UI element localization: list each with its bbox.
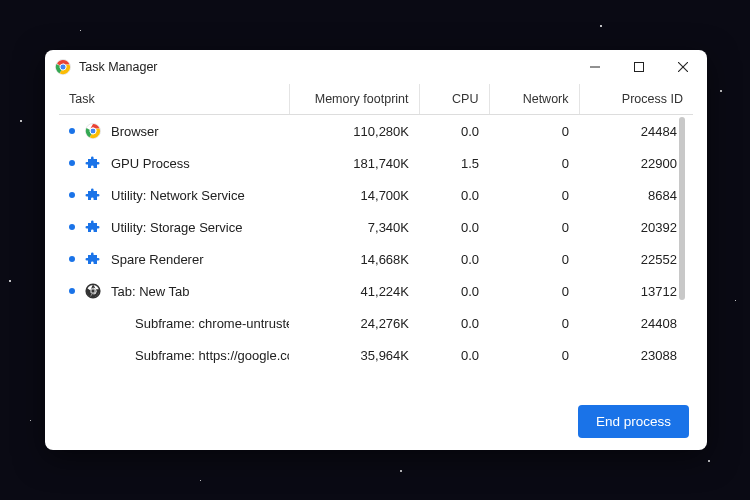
cell-cpu: 0.0	[419, 211, 489, 243]
col-network[interactable]: Network	[489, 84, 579, 115]
cell-cpu: 0.0	[419, 115, 489, 147]
cell-network: 0	[489, 275, 579, 307]
table-row[interactable]: Subframe: chrome-untrusted:/...24,276K0.…	[59, 307, 687, 339]
col-cpu[interactable]: CPU	[419, 84, 489, 115]
cell-memory: 14,700K	[289, 179, 419, 211]
cell-cpu: 0.0	[419, 275, 489, 307]
cell-memory: 24,276K	[289, 307, 419, 339]
status-dot-icon	[69, 256, 75, 262]
cell-network: 0	[489, 115, 579, 147]
chrome-icon	[55, 59, 71, 75]
task-name: Utility: Network Service	[111, 188, 245, 203]
task-name: Utility: Storage Service	[111, 220, 243, 235]
end-process-button[interactable]: End process	[578, 405, 689, 438]
scrollbar-thumb[interactable]	[679, 117, 685, 300]
chrome-icon	[85, 123, 101, 139]
cell-cpu: 0.0	[419, 179, 489, 211]
cell-pid: 22900	[579, 147, 687, 179]
cell-cpu: 0.0	[419, 243, 489, 275]
task-name: Browser	[111, 124, 159, 139]
cell-pid: 8684	[579, 179, 687, 211]
cell-network: 0	[489, 147, 579, 179]
table-row[interactable]: Browser110,280K0.0024484	[59, 115, 687, 147]
cell-pid: 22552	[579, 243, 687, 275]
table-row[interactable]: Tab: New Tab41,224K0.0013712	[59, 275, 687, 307]
col-pid[interactable]: Process ID	[579, 84, 693, 115]
table-row[interactable]: Utility: Network Service14,700K0.008684	[59, 179, 687, 211]
table-row[interactable]: GPU Process181,740K1.5022900	[59, 147, 687, 179]
cell-memory: 41,224K	[289, 275, 419, 307]
cell-cpu: 0.0	[419, 339, 489, 363]
extension-icon	[85, 251, 101, 267]
status-dot-icon	[69, 128, 75, 134]
extension-icon	[85, 187, 101, 203]
task-name: GPU Process	[111, 156, 190, 171]
cell-memory: 14,668K	[289, 243, 419, 275]
status-dot-icon	[69, 288, 75, 294]
cell-pid: 20392	[579, 211, 687, 243]
cell-cpu: 0.0	[419, 307, 489, 339]
svg-point-14	[91, 289, 94, 292]
cell-pid: 13712	[579, 275, 687, 307]
col-task[interactable]: Task	[59, 84, 289, 115]
cell-network: 0	[489, 307, 579, 339]
table-row[interactable]: Subframe: https://google.com/35,964K0.00…	[59, 339, 687, 363]
cell-pid: 24408	[579, 307, 687, 339]
incognito-tab-icon	[85, 283, 101, 299]
footer: End process	[45, 392, 707, 450]
cell-network: 0	[489, 339, 579, 363]
window-title: Task Manager	[79, 60, 158, 74]
minimize-button[interactable]	[573, 52, 617, 82]
process-table: Browser110,280K0.0024484GPU Process181,7…	[59, 115, 687, 363]
col-memory[interactable]: Memory footprint	[289, 84, 419, 115]
table-row[interactable]: Utility: Storage Service7,340K0.0020392	[59, 211, 687, 243]
titlebar[interactable]: Task Manager	[45, 50, 707, 84]
task-name: Subframe: https://google.com/	[135, 348, 289, 363]
task-manager-window: Task Manager Task Memory footprint CPU N…	[45, 50, 707, 450]
close-button[interactable]	[661, 52, 705, 82]
cell-pid: 23088	[579, 339, 687, 363]
svg-rect-5	[635, 63, 644, 72]
process-table-header: Task Memory footprint CPU Network Proces…	[59, 84, 693, 115]
task-name: Spare Renderer	[111, 252, 204, 267]
status-dot-icon	[69, 224, 75, 230]
status-dot-icon	[69, 160, 75, 166]
cell-memory: 181,740K	[289, 147, 419, 179]
task-name: Tab: New Tab	[111, 284, 190, 299]
cell-pid: 24484	[579, 115, 687, 147]
status-dot-icon	[69, 192, 75, 198]
cell-cpu: 1.5	[419, 147, 489, 179]
cell-memory: 7,340K	[289, 211, 419, 243]
extension-icon	[85, 155, 101, 171]
maximize-button[interactable]	[617, 52, 661, 82]
extension-icon	[85, 219, 101, 235]
cell-network: 0	[489, 179, 579, 211]
cell-memory: 35,964K	[289, 339, 419, 363]
table-row[interactable]: Spare Renderer14,668K0.0022552	[59, 243, 687, 275]
task-name: Subframe: chrome-untrusted:/...	[135, 316, 289, 331]
cell-memory: 110,280K	[289, 115, 419, 147]
cell-network: 0	[489, 243, 579, 275]
cell-network: 0	[489, 211, 579, 243]
